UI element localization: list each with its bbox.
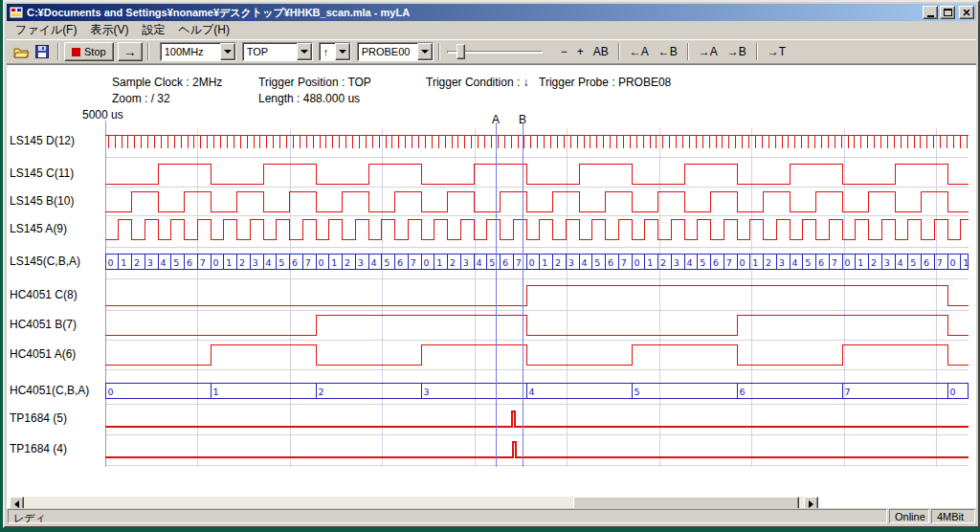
maximize-button[interactable] <box>940 6 955 19</box>
dropdown-button[interactable] <box>220 43 235 60</box>
app-icon <box>9 6 24 19</box>
bus-value: 1 <box>226 257 232 268</box>
ab-cursor-button[interactable]: AB <box>589 42 613 61</box>
bus-value: 2 <box>871 257 877 268</box>
bus-value: 1 <box>331 257 337 268</box>
zoom-slider-thumb[interactable] <box>457 44 465 59</box>
trigger-condition-info: Trigger Condition : ↓ <box>426 76 529 89</box>
stop-button[interactable]: Stop <box>64 42 114 61</box>
channel-label: TP1684 (4) <box>10 442 102 455</box>
minimize-icon <box>927 15 934 17</box>
bus-value: 1 <box>542 257 547 268</box>
bus-value: 0 <box>950 387 956 397</box>
run-button[interactable]: → <box>118 42 143 61</box>
scroll-right-icon <box>809 500 813 508</box>
toolbar: Stop → 100MHz TOP ↑ PROBE00 − + AB ←A ←B <box>7 39 976 64</box>
channel-label: LS145 D(12) <box>10 134 102 147</box>
trigger-probe-value: PROBE00 <box>358 43 417 60</box>
maximize-icon <box>944 9 952 16</box>
goto-trigger-button[interactable]: →T <box>763 42 791 61</box>
bus-value: 2 <box>555 257 561 268</box>
channel-label: LS145(C,B,A) <box>10 255 102 268</box>
zoom-slider[interactable] <box>445 41 545 62</box>
bus-value: 4 <box>582 257 588 268</box>
toolbar-separator <box>147 43 149 60</box>
channel-label: LS145 A(9) <box>10 222 102 235</box>
trigger-position-select[interactable]: TOP <box>242 42 313 61</box>
bus-value: 0 <box>529 257 535 268</box>
waveform-trace <box>105 411 969 427</box>
bus-value: 4 <box>266 257 272 268</box>
bus-value: 6 <box>818 257 824 268</box>
channel-label: TP1684 (5) <box>10 411 102 425</box>
goto-cursor-b-left-button[interactable]: ←B <box>654 42 682 61</box>
scroll-track[interactable] <box>24 497 804 508</box>
status-memory-badge: 4MBit <box>931 509 975 523</box>
bus-value: 0 <box>319 257 324 268</box>
trigger-probe-info: Trigger Probe : PROBE08 <box>539 76 671 89</box>
bus-value: 1 <box>213 387 219 397</box>
app-window: C:¥Documents and Settings¥noname¥デスクトップ¥… <box>3 0 980 528</box>
goto-cursor-a-left-button[interactable]: ←A <box>625 42 654 61</box>
waveform-trace <box>105 219 969 239</box>
chevron-down-icon <box>224 50 232 54</box>
bus-value: 1 <box>647 257 653 268</box>
bus-value: 0 <box>950 257 956 268</box>
goto-cursor-b-right-button[interactable]: →B <box>723 42 751 61</box>
bus-value: 4 <box>898 257 903 268</box>
time-origin-label: 5000 us <box>82 108 123 122</box>
bus-value: 3 <box>424 387 430 397</box>
goto-cursor-a-right-button[interactable]: →A <box>694 42 723 61</box>
menu-help[interactable]: ヘルプ(H) <box>171 20 236 40</box>
trigger-probe-select[interactable]: PROBE00 <box>357 42 434 61</box>
menu-view[interactable]: 表示(V) <box>83 20 135 40</box>
scroll-right-button[interactable] <box>804 497 818 508</box>
channel-label: LS145 C(11) <box>10 166 102 180</box>
dropdown-button[interactable] <box>417 43 433 60</box>
bus-value: 6 <box>292 257 298 268</box>
bus-value: 4 <box>687 257 693 268</box>
waveform-trace <box>105 315 969 335</box>
waveform-trace <box>105 191 969 211</box>
minimize-button[interactable] <box>923 6 938 19</box>
bus-value: 3 <box>147 257 153 268</box>
toolbar-separator <box>618 43 620 60</box>
bus-value: 2 <box>134 257 140 268</box>
channel-label: HC4051 B(7) <box>10 318 102 331</box>
status-online-badge: Online <box>889 509 929 523</box>
menu-file[interactable]: ファイル(F) <box>9 20 83 40</box>
bus-value: 5 <box>635 387 640 397</box>
trigger-edge-select[interactable]: ↑ <box>319 42 351 61</box>
waveform-plot[interactable]: 0123456701234567012345670123456701234567… <box>105 128 969 467</box>
open-file-button[interactable] <box>11 41 32 62</box>
channel-label: HC4051(C,B,A) <box>10 384 102 397</box>
bus-value: 5 <box>594 257 600 268</box>
bus-value: 3 <box>358 257 364 268</box>
bus-frame <box>106 255 969 270</box>
title-bar[interactable]: C:¥Documents and Settings¥noname¥デスクトップ¥… <box>7 4 976 21</box>
dropdown-button[interactable] <box>297 43 312 60</box>
zoom-in-button[interactable]: + <box>572 42 589 61</box>
bus-value: 1 <box>858 257 863 268</box>
bus-value: 3 <box>779 257 785 268</box>
bus-value: 0 <box>740 257 746 268</box>
zoom-out-button[interactable]: − <box>556 42 572 61</box>
close-button[interactable] <box>959 6 974 19</box>
scroll-left-button[interactable] <box>10 497 24 508</box>
bus-value: 3 <box>463 257 469 268</box>
bus-value: 7 <box>411 257 416 268</box>
save-button[interactable] <box>32 41 53 62</box>
waveform-trace <box>105 285 969 305</box>
open-folder-icon <box>13 46 30 58</box>
menu-settings[interactable]: 設定 <box>135 20 171 40</box>
bus-value: 2 <box>766 257 771 268</box>
bus-value: 5 <box>489 257 495 268</box>
bus-value: 4 <box>371 257 377 268</box>
floppy-disk-icon <box>35 45 49 58</box>
status-bar: レディ Online 4MBit <box>7 508 976 524</box>
scroll-thumb[interactable] <box>573 497 799 508</box>
bus-value: 5 <box>700 257 705 268</box>
dropdown-button[interactable] <box>335 43 350 60</box>
sample-clock-select[interactable]: 100MHz <box>160 42 236 61</box>
stop-icon <box>72 48 80 56</box>
